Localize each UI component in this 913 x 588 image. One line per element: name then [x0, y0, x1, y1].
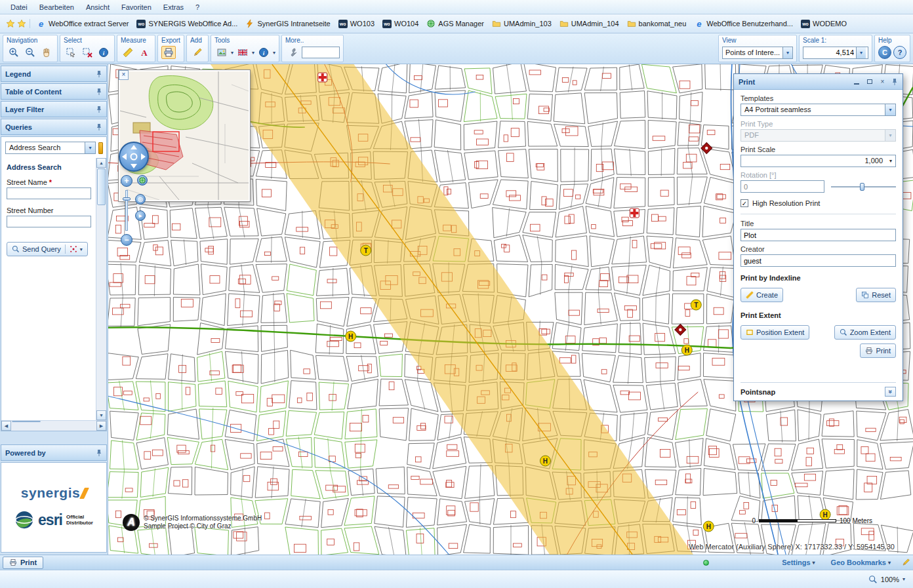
overview-close-button[interactable]: × [119, 70, 129, 80]
screenshot-tool[interactable] [214, 46, 229, 59]
query-options-button[interactable] [98, 142, 103, 154]
pin-icon[interactable] [96, 123, 102, 131]
zoom-out-button[interactable]: − [121, 234, 132, 246]
send-query-button[interactable]: Send Query ▾ [7, 242, 88, 256]
pan-pad[interactable] [119, 142, 149, 172]
pin-icon[interactable] [96, 88, 102, 96]
rotation-input[interactable] [741, 180, 824, 193]
scroll-up-button[interactable]: ▲ [96, 158, 106, 168]
edit-icon[interactable] [901, 558, 910, 567]
scroll-right-button[interactable]: ▶ [96, 421, 106, 431]
help-button[interactable]: ? [893, 46, 906, 59]
zoom-slider[interactable] [123, 190, 131, 231]
clear-selection-tool[interactable] [80, 46, 94, 59]
pan-east-icon[interactable] [141, 153, 146, 160]
favorite-link[interactable]: woSYNERGIS WebOffice Ad... [132, 18, 241, 30]
horizontal-scrollbar[interactable]: ◀ ▶ [1, 420, 106, 431]
sidebar-item-queries[interactable]: Queries [1, 119, 107, 135]
street-name-input[interactable] [7, 187, 91, 199]
scroll-thumb[interactable] [12, 421, 41, 422]
zoom-slider-track[interactable] [125, 190, 128, 231]
print-panel-header[interactable]: Print × [734, 74, 903, 90]
geo-bookmarks-menu[interactable]: Geo Bookmarks▾ [826, 559, 896, 566]
minimize-button[interactable] [852, 77, 861, 87]
print-button[interactable]: Print [860, 343, 896, 358]
language-tool[interactable] [235, 46, 250, 59]
restore-button[interactable] [865, 77, 874, 87]
chevron-down-icon[interactable]: ▾ [80, 246, 83, 252]
favorite-link[interactable]: UMAdmin_104 [556, 17, 623, 30]
scroll-track[interactable] [11, 421, 96, 431]
favorites-bar-icon[interactable] [17, 19, 26, 28]
scale-input[interactable] [803, 49, 856, 56]
favorite-link[interactable]: woWO103 [335, 18, 378, 30]
templates-select[interactable]: A4 Portrait seamless ▾ [741, 104, 896, 116]
settings-menu[interactable]: Settings▾ [777, 559, 820, 566]
favorite-link[interactable]: UMAdmin_103 [488, 17, 556, 30]
favorite-link[interactable]: woWO104 [378, 18, 422, 30]
quick-search-input[interactable] [302, 47, 340, 58]
scroll-left-button[interactable]: ◀ [1, 421, 11, 431]
settings-tool[interactable] [285, 46, 300, 59]
sidebar-item-legend[interactable]: Legend [1, 66, 107, 82]
query-select[interactable]: Address Search ▾ [5, 142, 96, 154]
chevron-down-icon[interactable]: ▾ [856, 47, 866, 58]
view-select[interactable]: Points of Intere... ▾ [722, 47, 793, 59]
pin-icon[interactable] [891, 78, 898, 86]
rotation-slider[interactable] [831, 182, 896, 191]
pin-icon[interactable] [96, 70, 102, 78]
pointsnap-expand-button[interactable]: » [885, 387, 896, 397]
sidebar-item-powered-by[interactable]: Powered by [1, 444, 107, 461]
position-extent-button[interactable]: Position Extent [741, 325, 809, 340]
chevron-down-icon[interactable]: ▾ [252, 50, 254, 56]
pin-icon[interactable] [96, 106, 102, 113]
print-scale-combo[interactable]: 1,000 ▾ [741, 155, 896, 167]
title-input[interactable] [741, 229, 896, 241]
zoom-in-button[interactable]: + [121, 175, 132, 187]
zoom-extent-button[interactable]: Zoom Extent [834, 325, 896, 340]
reset-button[interactable]: Reset [856, 288, 896, 302]
favorite-link[interactable]: eWebOffice extract Server [32, 17, 132, 31]
chevron-down-icon[interactable]: ▾ [231, 50, 233, 56]
close-icon[interactable]: × [878, 77, 887, 87]
menu-bearbeiten[interactable]: Bearbeiten [34, 2, 79, 12]
chevron-down-icon[interactable]: ▾ [903, 576, 905, 582]
chevron-down-icon[interactable]: ▾ [782, 47, 792, 58]
contact-button[interactable]: C [878, 46, 891, 59]
create-indexline-button[interactable]: Create [741, 288, 783, 302]
chevron-down-icon[interactable]: ▾ [885, 104, 895, 115]
print-tab[interactable]: Print [3, 557, 43, 569]
zoom-in-tool[interactable] [7, 46, 21, 59]
chevron-down-icon[interactable]: ▾ [273, 50, 275, 56]
scroll-thumb[interactable] [97, 168, 106, 205]
draw-tool[interactable] [190, 46, 205, 59]
menu-help[interactable]: ? [190, 2, 205, 12]
chevron-down-icon[interactable]: ▾ [886, 155, 895, 167]
select-tool[interactable] [64, 46, 78, 59]
info-tool[interactable] [256, 46, 271, 59]
creator-input[interactable] [741, 254, 896, 267]
pan-north-icon[interactable] [131, 145, 137, 149]
next-extent-button[interactable]: ▸ [135, 210, 146, 221]
vertical-scrollbar[interactable]: ▲ ▼ [96, 158, 106, 420]
add-text-tool[interactable] [137, 46, 152, 59]
favorite-link[interactable]: SynerGIS Intranetseite [241, 17, 334, 30]
pan-west-icon[interactable] [122, 153, 127, 160]
zoom-out-tool[interactable] [23, 46, 37, 59]
pan-tool[interactable] [39, 46, 54, 59]
street-number-input[interactable] [7, 216, 91, 227]
previous-extent-button[interactable]: ◎ [135, 194, 146, 205]
pin-icon[interactable] [96, 449, 102, 457]
scroll-down-button[interactable]: ▼ [96, 410, 106, 420]
pan-center-icon[interactable] [131, 153, 138, 161]
menu-extras[interactable]: Extras [158, 2, 189, 12]
menu-datei[interactable]: Datei [5, 2, 33, 12]
scroll-track[interactable] [96, 168, 106, 410]
menu-ansicht[interactable]: Ansicht [81, 2, 115, 12]
favorite-link[interactable]: AGS Manager [422, 17, 488, 30]
sidebar-item-layer-filter[interactable]: Layer Filter [1, 101, 107, 117]
favorite-link[interactable]: woWODEMO [797, 18, 851, 30]
zoom-slider-thumb[interactable] [123, 197, 131, 201]
menu-favoriten[interactable]: Favoriten [116, 2, 157, 12]
favorite-link[interactable]: eWebOffice Benutzerhand... [690, 17, 797, 31]
